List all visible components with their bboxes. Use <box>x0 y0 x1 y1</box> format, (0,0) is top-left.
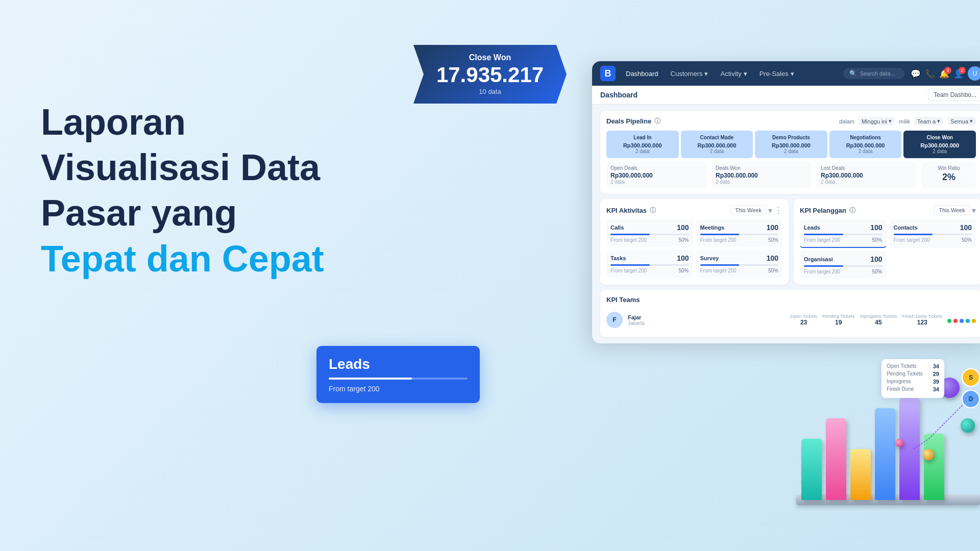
chevron-down-icon: ▾ <box>972 206 976 215</box>
kpi-calls: Calls 100 From target 200 50% <box>606 219 693 247</box>
chevron-down-icon: ▾ <box>744 70 747 78</box>
kpi-organisasi-fill <box>804 265 843 267</box>
nav-presales[interactable]: Pre-Sales ▾ <box>760 70 794 78</box>
breadcrumb-title: Dashboard <box>600 91 638 99</box>
chart-stat-open-label: Open Tickets <box>887 363 916 369</box>
deals-pipeline-filter: dalam Minggu ini ▾ milik Team a ▾ Semua … <box>839 117 976 126</box>
kpi-calls-name: Calls <box>610 224 624 231</box>
kpi-tasks-value: 100 <box>677 254 689 262</box>
kpi-tasks-fill <box>610 264 650 266</box>
kpi-organisasi-percent: 50% <box>872 269 882 274</box>
chart-stat-pending-label: Pending Tickets <box>887 371 923 377</box>
kpi-pelanggan-filter: This Week ▾ <box>934 205 976 215</box>
stage-negotiations[interactable]: Negotiations Rp300.000.000 2 data <box>829 131 902 158</box>
stage-value: Rp300.000.000 <box>908 142 972 148</box>
dashboard-panel: B Dashboard Customers ▾ Activity ▾ Pre-S… <box>592 61 980 343</box>
period-filter-chip[interactable]: Minggu ini ▾ <box>859 117 895 126</box>
kpi-pelanggan-info-icon[interactable]: ⓘ <box>849 206 855 215</box>
hero-line1: Laporan <box>41 102 347 142</box>
kpi-contacts-header: Contacts 100 <box>894 223 972 232</box>
kpi-tasks: Tasks 100 From target 200 50% <box>606 250 693 278</box>
nav-activity[interactable]: Activity ▾ <box>720 70 747 78</box>
deals-pipeline-header: Deals Pipeline ⓘ dalam Minggu ini ▾ mili… <box>606 117 976 126</box>
kpi-survey-name: Survey <box>700 255 719 261</box>
kpi-calls-header: Calls 100 <box>610 223 689 232</box>
nav-customers[interactable]: Customers ▾ <box>671 70 708 78</box>
deals-pipeline-title: Deals Pipeline ⓘ <box>606 117 660 126</box>
stat-label: Finish Done Tickets <box>902 314 942 319</box>
stage-count: 2 data <box>834 148 898 154</box>
kpi-teams-title: KPI Teams <box>606 296 640 304</box>
kpi-pelanggan-title: KPI Pelanggan ⓘ <box>800 206 855 215</box>
semua-filter-chip[interactable]: Semua ▾ <box>947 117 976 126</box>
kpi-meetings-value: 100 <box>767 223 778 232</box>
kpi-row: KPI Aktivitas ⓘ This Week ▾ ⋮ Calls 100 <box>600 199 980 285</box>
member-info-fajar: Fajar Jakarta <box>628 314 785 326</box>
kpi-organisasi-target: From target 200 <box>804 269 840 274</box>
chart-avatar-1: S <box>962 368 980 387</box>
stage-value: Rp300.000.000 <box>834 142 898 148</box>
nav-dashboard[interactable]: Dashboard <box>626 70 658 78</box>
hero-line2: Visualisasi Data <box>41 147 347 188</box>
navbar: B Dashboard Customers ▾ Activity ▾ Pre-S… <box>592 61 980 86</box>
bell-icon-wrapper[interactable]: 🔔 3 <box>939 69 949 79</box>
chart-bar-teal <box>801 439 822 500</box>
stat-value: 45 <box>860 319 897 326</box>
kpi-leads-target: From target 200 <box>804 237 840 243</box>
team-filter-chip[interactable]: Team a ▾ <box>914 117 943 126</box>
chevron-down-icon: ▾ <box>970 118 973 124</box>
user-icon-wrapper[interactable]: 👤 2 <box>953 69 964 79</box>
dot-blue <box>960 319 964 323</box>
team-dashboard-button[interactable]: Team Dashbo... <box>928 89 980 101</box>
kpi-contacts-value: 100 <box>960 223 972 232</box>
kpi-aktivitas-more-button[interactable]: ⋮ <box>774 206 782 215</box>
kpi-pelanggan-grid: Leads 100 From target 200 50% <box>800 219 976 279</box>
stage-close-won[interactable]: Close Won Rp300.000.000 2 data <box>903 131 976 158</box>
summary-value: Rp300.000.000 <box>821 172 913 179</box>
stage-count: 2 data <box>610 148 675 154</box>
close-won-value: 17.935.217 <box>434 64 546 86</box>
stage-count: 2 data <box>908 148 972 154</box>
summary-win-ratio: Win Ratio 2% <box>922 162 976 188</box>
kpi-survey: Survey 100 From target 200 50% <box>696 250 783 278</box>
summary-count: 2 data <box>610 179 702 185</box>
phone-icon-wrapper[interactable]: 📞 <box>925 69 935 79</box>
chevron-down-icon: ▾ <box>768 206 772 215</box>
kpi-pelanggan-header: KPI Pelanggan ⓘ This Week ▾ <box>800 205 976 215</box>
kpi-pelanggan-period-button[interactable]: This Week <box>934 205 970 215</box>
kpi-leads-value: 100 <box>870 223 882 232</box>
deals-pipeline-info-icon[interactable]: ⓘ <box>654 117 660 126</box>
stage-contact-made[interactable]: Contact Made Rp300.000.000 2 data <box>681 131 753 158</box>
search-box[interactable]: 🔍 Search data... <box>843 68 904 79</box>
dot-yellow <box>972 319 976 323</box>
stage-count: 2 data <box>759 148 823 154</box>
dot-red <box>953 319 958 323</box>
stage-lead-in[interactable]: Lead In Rp300.000.000 2 data <box>606 131 679 158</box>
chart-stat-row-3: Inprogress 39 <box>887 379 939 385</box>
kpi-calls-progress <box>610 234 689 235</box>
kpi-aktivitas-period-button[interactable]: This Week <box>730 205 766 215</box>
kpi-survey-value: 100 <box>767 254 778 262</box>
kpi-contacts-progress <box>894 234 972 235</box>
kpi-contacts-percent: 50% <box>962 237 972 243</box>
chart-avatar-2: D <box>962 390 980 408</box>
deals-pipeline-card: Deals Pipeline ⓘ dalam Minggu ini ▾ mili… <box>600 111 980 194</box>
stat-finish-tickets: Finish Done Tickets 123 <box>902 314 942 326</box>
chat-icon-wrapper[interactable]: 💬 <box>911 69 921 79</box>
kpi-organisasi-value: 100 <box>870 255 882 263</box>
stat-label: Open Tickets <box>790 314 817 319</box>
hero-section: Laporan Visualisasi Data Pasar yang Tepa… <box>41 102 347 279</box>
chat-icon: 💬 <box>911 69 921 78</box>
summary-label: Open Deals <box>610 165 702 171</box>
hero-line3: Pasar yang <box>41 193 347 233</box>
summary-deals-won: Deals Won Rp300.000.000 2 data <box>712 162 812 188</box>
search-icon: 🔍 <box>849 70 857 77</box>
main-content: Deals Pipeline ⓘ dalam Minggu ini ▾ mili… <box>592 105 980 343</box>
leads-tooltip-bar <box>329 378 468 380</box>
leads-tooltip-bar-fill <box>329 378 412 380</box>
logo[interactable]: B <box>600 66 616 81</box>
kpi-aktivitas-info-icon[interactable]: ⓘ <box>650 206 656 215</box>
stage-demo-products[interactable]: Demo Products Rp300.000.000 2 data <box>755 131 827 158</box>
nav-right: 🔍 Search data... 💬 📞 🔔 3 👤 2 U <box>843 66 980 81</box>
user-avatar[interactable]: U <box>968 66 980 81</box>
